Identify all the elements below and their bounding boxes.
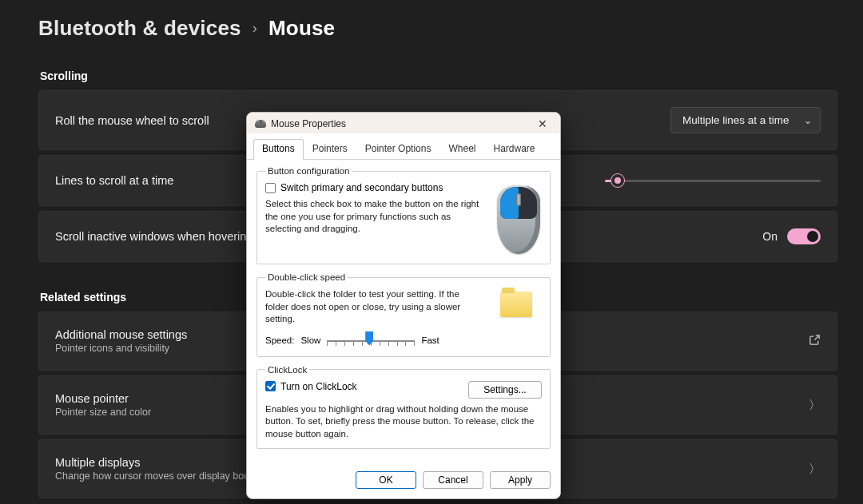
tab-pointer-options[interactable]: Pointer Options (356, 139, 440, 160)
dropdown-value: Multiple lines at a time (682, 114, 789, 126)
close-button[interactable]: ✕ (533, 117, 552, 130)
toggle-knob (807, 231, 818, 242)
checkbox-label: Switch primary and secondary buttons (280, 182, 443, 193)
checkbox-icon (265, 183, 276, 193)
slider-track (605, 180, 821, 182)
clicklock-settings-button[interactable]: Settings... (468, 381, 542, 399)
checkbox-label: Turn on ClickLock (280, 381, 357, 392)
group-description: Enables you to highlight or drag without… (265, 403, 542, 441)
tab-buttons[interactable]: Buttons (253, 139, 304, 160)
chevron-right-icon: › (253, 20, 257, 37)
breadcrumb: Bluetooth & devices › Mouse (38, 16, 837, 41)
mouse-icon (255, 120, 266, 128)
tab-wheel[interactable]: Wheel (439, 139, 484, 160)
setting-title: Lines to scroll at a time (55, 174, 173, 187)
mouse-properties-dialog: Mouse Properties ✕ Buttons Pointers Poin… (246, 112, 561, 499)
ok-button[interactable]: OK (356, 471, 416, 489)
slider-thumb[interactable] (611, 174, 624, 187)
dialog-button-row: OK Cancel Apply (247, 465, 560, 498)
apply-button[interactable]: Apply (490, 471, 551, 489)
test-folder-icon[interactable] (500, 292, 532, 317)
group-clicklock: ClickLock Settings... Turn on ClickLock … (257, 365, 551, 450)
dialog-titlebar[interactable]: Mouse Properties ✕ (247, 113, 560, 133)
fast-label: Fast (421, 335, 439, 345)
group-legend: ClickLock (265, 365, 309, 375)
group-legend: Double-click speed (265, 272, 348, 282)
chevron-right-icon: 〉 (809, 462, 821, 477)
slow-label: Slow (300, 335, 320, 345)
breadcrumb-parent[interactable]: Bluetooth & devices (38, 16, 241, 41)
scroll-inactive-toggle[interactable] (787, 228, 821, 244)
group-legend: Button configuration (265, 166, 352, 176)
speed-label: Speed: (265, 335, 294, 345)
link-title: Mouse pointer (55, 392, 151, 405)
tab-hardware[interactable]: Hardware (484, 139, 543, 160)
group-button-configuration: Button configuration Switch primary and … (257, 166, 551, 264)
mouse-illustration (495, 182, 542, 256)
link-title: Additional mouse settings (55, 328, 187, 341)
toggle-state-label: On (762, 230, 777, 243)
link-subtitle: Pointer icons and visibility (55, 343, 187, 354)
dialog-title-text: Mouse Properties (271, 118, 346, 129)
open-external-icon (809, 334, 821, 348)
setting-title: Roll the mouse wheel to scroll (55, 114, 209, 127)
breadcrumb-current: Mouse (268, 16, 335, 41)
switch-buttons-checkbox[interactable]: Switch primary and secondary buttons (265, 182, 484, 193)
group-description: Double-click the folder to test your set… (265, 288, 484, 326)
section-label-scrolling: Scrolling (40, 69, 837, 82)
clicklock-checkbox[interactable]: Turn on ClickLock (265, 381, 468, 392)
double-click-speed-slider[interactable] (327, 332, 415, 348)
roll-wheel-dropdown[interactable]: Multiple lines at a time ⌄ (670, 107, 821, 133)
chevron-right-icon: 〉 (809, 398, 821, 413)
dialog-tabs: Buttons Pointers Pointer Options Wheel H… (247, 133, 560, 160)
group-double-click-speed: Double-click speed Double-click the fold… (257, 272, 551, 357)
group-description: Select this check box to make the button… (265, 198, 484, 236)
chevron-down-icon: ⌄ (804, 115, 812, 126)
checkbox-icon (265, 381, 276, 391)
lines-slider[interactable] (605, 174, 821, 187)
link-subtitle: Pointer size and color (55, 407, 151, 418)
cancel-button[interactable]: Cancel (423, 471, 483, 489)
tab-pointers[interactable]: Pointers (304, 139, 356, 160)
